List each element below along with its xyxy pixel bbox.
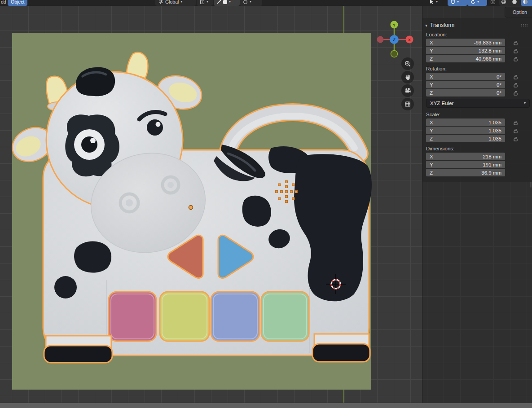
axis-label: X — [430, 74, 443, 79]
magnet-icon — [451, 0, 455, 4]
axis-label: Z — [430, 90, 443, 96]
panel-title: Transform — [430, 22, 454, 28]
dimensions-x-field[interactable]: X 218 mm — [426, 153, 505, 160]
axis-label: X — [430, 154, 443, 159]
orientation-value: Global — [165, 0, 179, 4]
gizmo-axis-z[interactable]: Z — [390, 35, 399, 44]
axis-value: 36.9 mm — [481, 170, 501, 175]
color-swatch — [223, 0, 227, 4]
overlays-button[interactable] — [489, 0, 499, 6]
orientation-icon — [158, 0, 163, 4]
lock-icon[interactable] — [505, 90, 526, 96]
rotation-mode-value: XYZ Euler — [430, 101, 453, 106]
axis-value: -93.833 mm — [474, 40, 501, 45]
scale-x-field[interactable]: X 1.035 — [426, 118, 505, 126]
lock-icon[interactable] — [505, 48, 526, 54]
rotate-arc-icon — [470, 0, 475, 4]
options-button[interactable]: Option — [505, 7, 532, 18]
hand-icon — [404, 74, 411, 81]
lock-icon[interactable] — [505, 136, 526, 142]
proportional-edit-group[interactable]: ▾ — [240, 0, 262, 6]
rotation-z-field[interactable]: Z 0° — [426, 89, 505, 97]
axis-label: Y — [430, 48, 443, 53]
gizmo-axis-neg-y[interactable] — [391, 51, 398, 57]
snap-group[interactable]: ▾ — [214, 0, 240, 6]
chevron-down-icon: ▾ — [436, 0, 438, 4]
gizmo-axis-y[interactable]: Y — [391, 21, 398, 29]
shading-material-button[interactable] — [521, 0, 532, 6]
axis-label: Z — [430, 170, 443, 175]
chevron-down-icon: ▾ — [457, 0, 459, 4]
axis-value: 1.035 — [488, 128, 501, 133]
camera-icon — [404, 87, 411, 94]
dimensions-z-field[interactable]: Z 36.9 mm — [426, 169, 505, 176]
lock-icon[interactable] — [505, 74, 526, 80]
material-sphere-icon — [523, 0, 528, 4]
axis-value: 0° — [497, 82, 501, 88]
chevron-down-icon: ▾ — [229, 0, 231, 4]
axis-label: X — [430, 120, 443, 125]
gizmo-toggle-enabled[interactable]: ▾ — [467, 0, 487, 6]
axis-value: 1.035 — [488, 136, 501, 141]
pivot-dropdown[interactable]: ▾ — [197, 0, 213, 6]
axis-value: 132.8 mm — [479, 48, 501, 53]
rotation-mode-dropdown[interactable]: XYZ Euler ▾ — [426, 99, 530, 108]
transform-panel: ▾ Transform Location: X -93.833 mm — [422, 18, 532, 182]
ortho-toggle-button[interactable] — [401, 98, 414, 110]
sidebar-region: Option ▾ Transform Location: X -93.833 m… — [422, 6, 532, 408]
solid-sphere-icon — [512, 0, 517, 4]
location-y-field[interactable]: Y 132.8 mm — [426, 47, 505, 54]
cursor-arrow-icon — [429, 0, 434, 4]
axis-value: 0° — [497, 74, 501, 79]
axis-value: 40.966 mm — [475, 56, 501, 61]
camera-view-button[interactable] — [401, 84, 414, 97]
add-menu-partial[interactable]: dd — [0, 0, 7, 6]
lock-icon[interactable] — [505, 128, 526, 134]
lock-icon[interactable] — [505, 82, 526, 88]
snap-toggle-enabled[interactable]: ▾ — [448, 0, 467, 6]
collapse-chevron-icon: ▾ — [425, 23, 427, 28]
snap-icon — [217, 0, 221, 4]
svg-text:Y: Y — [393, 22, 396, 27]
object-menu-button[interactable]: Object — [8, 0, 27, 6]
chevron-down-icon: ▾ — [524, 101, 526, 105]
zoom-tool-button[interactable] — [401, 57, 414, 70]
pan-tool-button[interactable] — [401, 71, 414, 83]
scale-y-field[interactable]: Y 1.035 — [426, 127, 505, 134]
axis-label: Z — [430, 136, 443, 141]
gizmo-axis-x[interactable]: X — [406, 36, 413, 44]
orientation-dropdown[interactable]: Global ▾ — [155, 0, 196, 6]
chevron-down-icon: ▾ — [250, 0, 251, 4]
wireframe-sphere-icon — [501, 0, 506, 4]
status-bar — [0, 403, 532, 408]
magnifier-icon — [404, 60, 411, 67]
rotation-x-field[interactable]: X 0° — [426, 73, 505, 80]
scale-label: Scale: — [422, 109, 532, 118]
rotation-label: Rotation: — [422, 63, 532, 73]
axis-label: Z — [430, 56, 443, 61]
lock-icon[interactable] — [505, 40, 526, 46]
svg-text:Z: Z — [393, 37, 396, 42]
location-x-field[interactable]: X -93.833 mm — [426, 39, 505, 46]
cursor-tool-dropdown[interactable]: ▾ — [428, 0, 445, 6]
dimensions-label: Dimensions: — [422, 143, 532, 153]
blender-window: Y X Z — [0, 0, 532, 408]
dimensions-y-field[interactable]: Y 191 mm — [426, 161, 505, 168]
chevron-down-icon: ▾ — [207, 0, 208, 4]
location-z-field[interactable]: Z 40.966 mm — [426, 55, 505, 62]
axis-value: 218 mm — [483, 154, 501, 159]
viewport-header: dd Object Global ▾ ▾ ▾ ▾ — [0, 0, 532, 6]
scale-z-field[interactable]: Z 1.035 — [426, 135, 505, 142]
lock-icon[interactable] — [505, 120, 526, 126]
pivot-icon — [200, 0, 205, 4]
rotation-y-field[interactable]: Y 0° — [426, 81, 505, 88]
drag-handle-icon[interactable] — [521, 22, 528, 28]
grid-icon — [404, 101, 411, 108]
lock-icon[interactable] — [505, 56, 526, 62]
transform-panel-header[interactable]: ▾ Transform — [422, 22, 532, 29]
overlays-icon — [490, 0, 496, 4]
proportional-circle-icon — [243, 0, 248, 4]
axis-value: 0° — [497, 90, 501, 96]
axis-label: X — [430, 40, 443, 45]
gizmo-axis-neg-x[interactable] — [377, 36, 384, 43]
